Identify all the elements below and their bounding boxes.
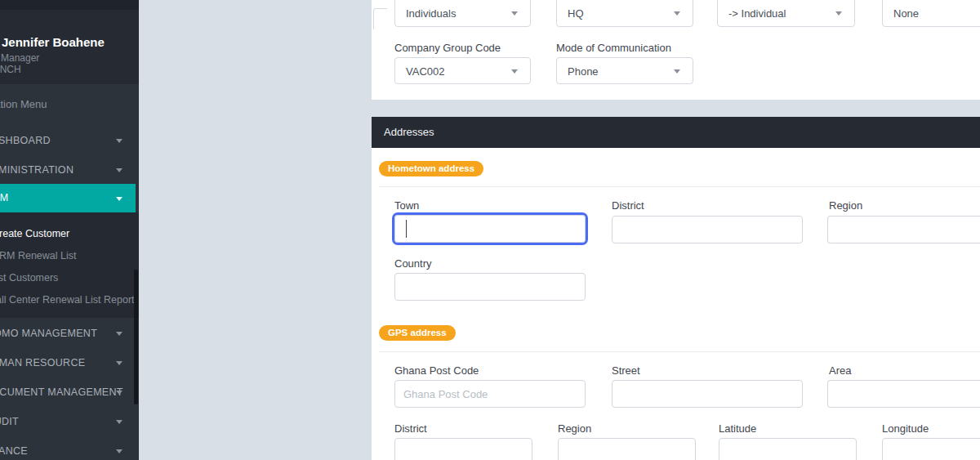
sidebar-item-human-resource[interactable]: HUMAN RESOURCE (0, 348, 139, 377)
gps-address-badge: GPS address (379, 325, 456, 341)
sidebar-item-audit[interactable]: AUDIT (0, 407, 139, 436)
hometown-region-input[interactable] (827, 216, 980, 243)
chevron-down-icon (674, 69, 680, 74)
ghana-post-code-label: Ghana Post Code (394, 364, 479, 377)
hometown-address-badge: Hometown address (379, 161, 483, 176)
chevron-down-icon (116, 361, 122, 365)
chevron-down-icon (116, 139, 122, 143)
ghana-post-code-input[interactable] (394, 380, 586, 408)
individual-select[interactable]: -> Individual (717, 0, 855, 27)
sidebar-item-crm[interactable]: CRM (0, 184, 136, 212)
submenu-item-create-customer[interactable]: Create Customer (0, 223, 139, 245)
latitude-input[interactable] (719, 438, 857, 460)
addresses-header: Addresses (372, 117, 980, 148)
sidebar-top-strip (0, 0, 139, 10)
user-name: Jennifer Boahene (2, 35, 105, 49)
sidebar-item-promo-management[interactable]: PROMO MANAGEMENT (0, 319, 139, 348)
section-divider (379, 351, 980, 352)
hometown-district-label: District (612, 199, 644, 212)
addresses-card: Addresses Hometown address Town District… (372, 117, 980, 460)
chevron-down-icon (511, 69, 518, 74)
chevron-down-icon (116, 391, 122, 395)
none-select[interactable]: None (882, 0, 980, 27)
area-input[interactable] (827, 380, 980, 408)
hometown-district-input[interactable] (612, 216, 803, 243)
country-input[interactable] (394, 273, 586, 301)
sidebar-item-document-management[interactable]: DOCUMENT MANAGEMENT (0, 377, 139, 407)
longitude-label: Longitude (882, 422, 929, 435)
gps-region-input[interactable] (558, 438, 696, 460)
mode-of-communication-label: Mode of Communication (556, 42, 671, 54)
branch-select[interactable]: HQ (556, 0, 693, 27)
submenu-item-list-customers[interactable]: List Customers (0, 267, 139, 289)
sidebar-caption: Navigation Menu (0, 98, 139, 111)
chevron-down-icon (116, 197, 122, 201)
submenu-item-crm-renewal-list[interactable]: CRM Renewal List (0, 245, 139, 267)
sidebar-item-administration[interactable]: ADMINISTRATION (0, 155, 139, 185)
chevron-down-icon (116, 332, 122, 336)
chevron-down-icon (511, 11, 518, 16)
text-cursor (406, 220, 407, 238)
customer-type-select[interactable]: Individuals (394, 0, 531, 27)
town-label: Town (394, 199, 419, 212)
longitude-input[interactable] (882, 438, 980, 460)
hometown-region-label: Region (829, 199, 862, 212)
latitude-label: Latitude (719, 422, 756, 435)
chevron-down-icon (674, 11, 680, 16)
chevron-down-icon (116, 449, 122, 453)
company-group-code-label: Company Group Code (394, 42, 501, 54)
section-divider (379, 186, 980, 187)
area-label: Area (829, 364, 851, 377)
sidebar-item-dashboard[interactable]: DASHBOARD (0, 126, 139, 155)
street-input[interactable] (612, 380, 803, 408)
street-label: Street (612, 364, 640, 377)
chevron-down-icon (116, 420, 122, 424)
addresses-title: Addresses (384, 117, 434, 148)
country-label: Country (394, 257, 432, 270)
company-group-code-select[interactable]: VAC002 (394, 57, 531, 84)
gps-district-input[interactable] (394, 438, 532, 460)
user-panel: Jennifer Boahene Manager BRANCH (0, 10, 139, 84)
user-branch: BRANCH (0, 64, 21, 75)
clipped-field-edge (373, 8, 387, 29)
customer-form-card: Individuals HQ -> Individual None Compan… (372, 0, 980, 100)
user-role: Manager (1, 52, 39, 64)
chevron-down-icon (116, 168, 122, 172)
mode-of-communication-select[interactable]: Phone (556, 57, 693, 84)
submenu-item-call-center-renewal-list-report[interactable]: Call Center Renewal List Report (0, 289, 139, 311)
sidebar: Jennifer Boahene Manager BRANCH Navigati… (0, 0, 139, 460)
gps-region-label: Region (558, 422, 591, 435)
sidebar-item-finance[interactable]: FINANCE (0, 436, 139, 460)
town-input[interactable] (394, 215, 586, 243)
sidebar-scrollbar-thumb[interactable] (134, 270, 138, 404)
gps-district-label: District (394, 422, 427, 435)
crm-submenu: Create Customer CRM Renewal List List Cu… (0, 212, 139, 318)
chevron-down-icon (835, 11, 842, 16)
